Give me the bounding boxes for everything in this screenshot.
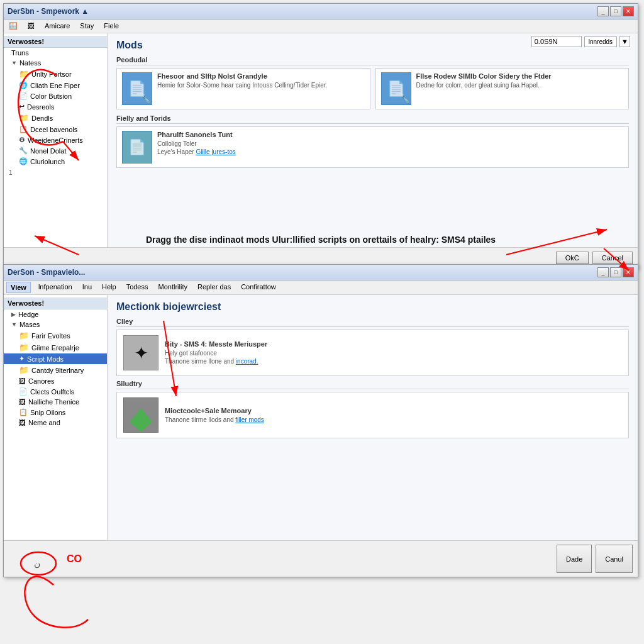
menu-montlrility[interactable]: Montlrility: [155, 282, 189, 293]
bottom-main-content: Mectionk biojewrciest Clley ✦ Bity - SMS…: [108, 295, 638, 540]
mod1-icon: [122, 72, 152, 105]
top-main-content: Mods Peodudal Fhesoor and Slftp Nolst Gr…: [108, 33, 638, 247]
sidebar-item-giime[interactable]: 📁 Giime Erepalrje: [4, 341, 107, 353]
menu-inu[interactable]: Inu: [80, 282, 94, 293]
menu-view[interactable]: View: [6, 282, 31, 293]
search-input[interactable]: [531, 36, 582, 47]
mod-list-2: Pharulft Sanonels Tunt Colloligg Toler L…: [116, 126, 629, 168]
sidebar-item-cantdy[interactable]: 📁 Cantdy 9lterlnary: [4, 364, 107, 376]
close-button[interactable]: ✕: [623, 6, 634, 16]
cancel-button-top[interactable]: Cancel: [592, 252, 633, 264]
top-titlebar: DerSbn - Smpework ▲ _ □ ✕: [4, 4, 638, 19]
menu-stay[interactable]: Stay: [77, 21, 96, 31]
sidebar-item-nalliche[interactable]: 🖼 Nalliche Thenice: [4, 397, 107, 407]
mod3-title: Pharulft Sanonels Tunt: [157, 131, 236, 138]
sidebar-item-cliath[interactable]: 🌐 Cliath Ene Fiper: [4, 80, 107, 91]
ok-button[interactable]: OkC: [556, 252, 589, 264]
top-menu-bar: 🪟 🖼 Amicare Stay Fiele: [4, 19, 638, 33]
sidebar-item-truns[interactable]: Truns: [4, 48, 107, 58]
sidebar-item-dceel[interactable]: 📋 Dceel bavenols: [4, 124, 107, 135]
folder-icon2: 📁: [19, 113, 29, 123]
bottom-close-button[interactable]: ✕: [623, 267, 634, 277]
mod2-text: Fllse Rodew SlMlb Color Sidery the Ftder…: [416, 72, 552, 89]
menu-todess[interactable]: Todess: [124, 282, 151, 293]
menu-repler[interactable]: Repler das: [195, 282, 233, 293]
top-window-body: Verwostes! Truns ▼ Natess 📁 Unlty Portso…: [4, 33, 638, 247]
menu-fiele[interactable]: Fiele: [101, 21, 121, 31]
red-circle-annotation: ن: [16, 545, 60, 573]
sidebar-item-mases[interactable]: ▼ Mases: [4, 319, 107, 330]
menu-amicare[interactable]: Amicare: [42, 21, 72, 31]
bw-mod1-desc1: Hely got stafoonce: [165, 349, 267, 357]
globe-icon: 🌐: [19, 81, 28, 89]
mod2-title: Fllse Rodew SlMlb Color Sidery the Ftder: [416, 72, 552, 80]
mod-item-1: Fhesoor and Slftp Nolst Grandyle Hemie f…: [116, 68, 370, 109]
bottom-minimize-button[interactable]: _: [597, 267, 609, 277]
mod3-desc2: Leye's Haper: [157, 148, 194, 155]
sidebar-item-natess[interactable]: ▼ Natess: [4, 58, 107, 68]
bw-mod2-link[interactable]: filler mods: [235, 416, 264, 423]
search-label: lnnredds: [584, 36, 617, 47]
sidebar-item-cluriol[interactable]: 🌐 Cluriolunch: [4, 156, 107, 167]
minimize-button[interactable]: _: [597, 6, 609, 16]
mod2-desc: Dedne for colorr, oder gleat suing faa H…: [416, 82, 540, 89]
globe-icon2: 🌐: [19, 157, 28, 165]
menu-icon: 🪟: [6, 21, 20, 31]
maximize-button[interactable]: □: [610, 6, 621, 16]
mod1-desc: Hemie for Solor-Some hear caing Intouss …: [157, 81, 327, 89]
cancel-button-bottom[interactable]: Canul: [596, 545, 633, 573]
mod3-text: Pharulft Sanonels Tunt Colloligg Toler L…: [157, 131, 236, 156]
natess-label: Natess: [19, 59, 41, 67]
sidebar-item-desreols[interactable]: ↩ Desreols: [4, 101, 107, 112]
top-window-controls: _ □ ✕: [597, 6, 634, 16]
star-symbol: ✦: [134, 343, 148, 364]
sidebar-item-hedge[interactable]: ▶ Hedge: [4, 309, 107, 319]
search-dropdown[interactable]: ▼: [619, 36, 630, 47]
bottom-sidebar-header: Verwostes!: [4, 297, 107, 309]
menu-infpenation[interactable]: lnfpenation: [36, 282, 75, 293]
tool-icon: 🔧: [19, 147, 28, 155]
sidebar-item-nonel[interactable]: 🔧 Nonel Dolat: [4, 145, 107, 156]
bw-mod-item-1: ✦ Bity - SMS 4: Messte Meriusper Hely go…: [116, 330, 629, 376]
bw-mod-item-2: Mioctcoolc+Sale Memoary Thanone tiirme l…: [116, 392, 629, 438]
menu-confirattow[interactable]: Confirattow: [238, 282, 279, 293]
sidebar-item-clects[interactable]: 📄 Clects Oulftcls: [4, 386, 107, 397]
folder-icon-giime: 📁: [19, 343, 29, 352]
done-button[interactable]: Dade: [557, 545, 592, 573]
sidebar-item-unlty[interactable]: 📁 Unlty Portsor: [4, 68, 107, 80]
doc-icon: 📋: [19, 125, 28, 133]
img-icon3: 🖼: [19, 419, 26, 426]
sidebar-item-weeiden[interactable]: ⚙ WeeideneCrinerts: [4, 135, 107, 145]
diamond-symbol: [130, 408, 152, 422]
sidebar-item-canores[interactable]: 🖼 Canores: [4, 376, 107, 386]
mod3-desc1: Colloligg Toler: [157, 140, 236, 148]
bottom-main-title: Mectionk biojewrciest: [116, 301, 629, 313]
sidebar-item-color[interactable]: 📄 Color Butsion: [4, 91, 107, 101]
mod3-link[interactable]: Giille jures-tos: [196, 148, 235, 155]
bottom-titlebar: DerSon - Smpavielo... _ □ ✕: [4, 265, 638, 280]
svg-text:ن: ن: [34, 559, 40, 569]
sidebar-item-snip[interactable]: 📋 Snip Oilons: [4, 407, 107, 418]
bottom-bottom-bar: ن CO Dade Canul: [4, 540, 638, 577]
folder-icon: 📁: [19, 69, 29, 79]
annotation-text: Dragg the dise indinaot mods Ulur:llifie…: [3, 235, 638, 245]
back-icon: ↩: [19, 103, 25, 111]
mod-item-3: Pharulft Sanonels Tunt Colloligg Toler L…: [116, 126, 629, 168]
bw-mod2-desc1: Thanone tiirme llods and: [165, 416, 234, 423]
sidebar-item-neme[interactable]: 🖼 Neme and: [4, 418, 107, 428]
mod-item-2: Fllse Rodew SlMlb Color Sidery the Ftder…: [375, 68, 630, 109]
bottom-window: DerSon - Smpavielo... _ □ ✕ View lnfpena…: [3, 264, 638, 577]
bottom-maximize-button[interactable]: □: [610, 267, 621, 277]
menu-help[interactable]: Help: [99, 282, 119, 293]
top-window-title: DerSbn - Smpework ▲: [8, 7, 89, 16]
sidebar-item-farir[interactable]: 📁 Farir Evoltes: [4, 330, 107, 341]
sidebar-item-dendls[interactable]: 📁 Dendls: [4, 112, 107, 124]
sidebar-item-script[interactable]: ✦ Script Mods: [4, 353, 107, 364]
bw-mod2-text: Mioctcoolc+Sale Memoary Thanone tiirme l…: [165, 407, 264, 424]
bw-mod1-desc2: Thanone sirme llone and: [165, 358, 234, 365]
bottom-window-controls: _ □ ✕: [597, 267, 634, 277]
menu-icon2: 🖼: [25, 21, 37, 31]
img-icon2: 🖼: [19, 398, 26, 406]
bw-mod1-link[interactable]: incorad.: [236, 358, 258, 365]
mod1-text: Fhesoor and Slftp Nolst Grandyle Hemie f…: [157, 72, 327, 89]
